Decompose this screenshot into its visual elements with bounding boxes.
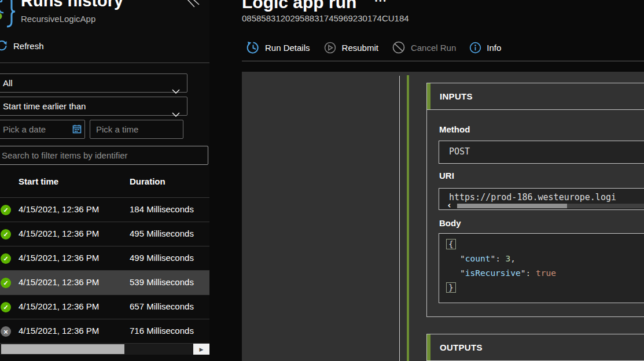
run-start-time: 4/15/2021, 12:36 PM (19, 204, 99, 214)
run-duration: 716 Milliseconds (130, 326, 194, 336)
blade-title: Logic app run (242, 0, 356, 12)
refresh-label: Refresh (13, 41, 44, 51)
more-menu-icon[interactable]: ••• (375, 0, 388, 5)
run-details-label: Run Details (265, 43, 310, 53)
table-row[interactable]: ✓ 4/15/2021, 12:36 PM 499 Milliseconds (0, 246, 209, 270)
body-label: Body (439, 218, 461, 228)
page-title: Runs history (21, 0, 123, 10)
status-success-icon: ✓ (1, 278, 11, 288)
info-label: Info (487, 43, 501, 53)
run-duration: 495 Milliseconds (130, 229, 194, 238)
run-duration: 657 Milliseconds (130, 301, 194, 311)
time-filter-value: Start time earlier than (3, 101, 86, 111)
history-clock-icon (246, 41, 260, 54)
method-value: POST (449, 146, 470, 157)
table-row-selected[interactable]: ✓ 4/15/2021, 12:36 PM 539 Milliseconds (0, 270, 209, 294)
body-json-box: { "count": 3, "isRecursive": true } (439, 233, 644, 303)
inputs-section-body: Method POST URI https://prod-186.westeur… (426, 109, 644, 317)
table-row[interactable]: ✓ 4/15/2021, 12:36 PM 495 Milliseconds (0, 222, 209, 246)
status-success-icon: ✓ (1, 253, 11, 264)
status-filter-value: All (3, 78, 13, 88)
run-detail-content: INPUTS Method POST URI https://prod-186.… (242, 72, 644, 361)
search-input[interactable] (0, 146, 208, 165)
divider (0, 62, 209, 63)
run-identifier: 08585831202958831745969230174CU184 (242, 13, 409, 23)
inputs-title: INPUTS (440, 83, 473, 109)
run-duration: 184 Milliseconds (130, 204, 194, 214)
refresh-icon (0, 40, 8, 51)
uri-label: URI (439, 171, 454, 181)
body-json-line: "isRecursive": true (446, 266, 644, 281)
collapse-panel-icon[interactable] (186, 0, 201, 11)
uri-value: https://prod-186.westeurope.logi (449, 192, 616, 202)
outputs-title: OUTPUTS (440, 334, 483, 360)
run-details-button[interactable]: Run Details (246, 41, 310, 54)
run-start-time: 4/15/2021, 12:36 PM (19, 253, 99, 263)
status-success-icon: ✓ (1, 229, 11, 240)
run-start-time: 4/15/2021, 12:36 PM (19, 326, 99, 336)
time-picker-input[interactable] (90, 120, 183, 139)
logic-app-icon (0, 0, 19, 30)
method-value-box: POST (439, 141, 644, 164)
body-json-line: "count": 3, (446, 252, 644, 266)
info-button[interactable]: Info (469, 42, 501, 54)
cancel-run-button[interactable]: Cancel Run (392, 40, 456, 54)
run-duration: 499 Milliseconds (130, 253, 194, 263)
run-start-time: 4/15/2021, 12:36 PM (19, 301, 99, 311)
azure-logic-app-runs-screen: Runs history RecursiveLogicApp Refresh A… (0, 0, 644, 361)
cancel-run-label: Cancel Run (411, 43, 456, 53)
calendar-icon[interactable] (72, 124, 82, 136)
runs-history-panel: Runs history RecursiveLogicApp Refresh A… (0, 0, 209, 361)
time-filter-dropdown[interactable]: Start time earlier than (0, 97, 187, 116)
status-success-icon: ✓ (1, 302, 11, 312)
inputs-section-header[interactable]: INPUTS (426, 83, 644, 110)
body-json-open-brace: { (446, 237, 644, 252)
designer-scrollbar[interactable] (399, 76, 400, 361)
uri-scrollbar[interactable] (457, 204, 644, 208)
cancel-slash-icon (392, 40, 406, 54)
run-duration: 539 Milliseconds (130, 277, 194, 287)
uri-scroll-left-arrow-icon[interactable]: ‹ (447, 200, 452, 211)
run-start-time: 4/15/2021, 12:36 PM (19, 229, 99, 238)
method-label: Method (439, 124, 470, 134)
body-json-close-brace: } (446, 281, 644, 295)
designer-green-edge (407, 75, 409, 361)
status-cancelled-icon: × (1, 326, 11, 337)
run-start-time: 4/15/2021, 12:36 PM (19, 277, 99, 287)
resubmit-button[interactable]: Resubmit (323, 41, 378, 54)
status-filter-dropdown[interactable]: All (0, 73, 187, 93)
outputs-section-header[interactable]: OUTPUTS (426, 334, 644, 361)
resubmit-label: Resubmit (342, 43, 378, 53)
refresh-button[interactable]: Refresh (0, 40, 44, 51)
column-header-start-time[interactable]: Start time (19, 176, 58, 186)
scrollbar-right-arrow-icon[interactable]: ▶ (193, 344, 209, 355)
table-row[interactable]: ✓ 4/15/2021, 12:36 PM 657 Milliseconds (0, 294, 209, 319)
horizontal-scrollbar[interactable]: ▶ (0, 343, 209, 355)
green-accent-bar (427, 83, 430, 109)
logic-app-name: RecursiveLogicApp (21, 14, 95, 24)
logic-app-run-panel: Logic app run ••• 0858583120295883174596… (242, 0, 644, 361)
uri-value-box: https://prod-186.westeurope.logi ‹ (439, 188, 644, 210)
resubmit-play-icon (323, 41, 337, 54)
status-success-icon: ✓ (1, 205, 11, 215)
info-icon (469, 42, 481, 54)
scrollbar-thumb[interactable] (1, 344, 124, 354)
table-row[interactable]: × 4/15/2021, 12:36 PM 716 Milliseconds (0, 319, 209, 343)
column-header-duration[interactable]: Duration (130, 176, 165, 186)
table-row[interactable]: ✓ 4/15/2021, 12:36 PM 184 Milliseconds (0, 197, 209, 222)
divider (242, 61, 644, 61)
uri-scrollbar-thumb[interactable] (457, 204, 567, 208)
command-bar: Run Details Resubmit Cancel Run (246, 36, 514, 59)
runs-table: ✓ 4/15/2021, 12:36 PM 184 Milliseconds ✓… (0, 197, 209, 343)
green-accent-bar (427, 334, 430, 360)
